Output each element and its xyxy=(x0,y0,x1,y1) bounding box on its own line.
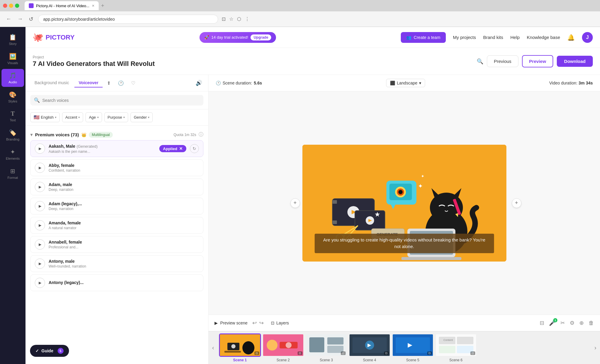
scene-thumb-1: ⊡ xyxy=(219,333,261,357)
close-window-btn[interactable] xyxy=(3,4,7,8)
captions-icon[interactable]: ⊟ xyxy=(540,320,544,326)
voice-adam-info: Adam, male Deep, narration xyxy=(49,182,199,192)
sidebar-item-styles[interactable]: 🎨 Styles xyxy=(2,88,24,106)
sidebar-item-audio[interactable]: 🎵 Audio xyxy=(2,69,24,87)
menu-icon[interactable]: ⋮ xyxy=(245,16,250,22)
play-aakash-btn[interactable]: ▶ xyxy=(35,144,45,154)
landscape-selector[interactable]: ⬛ Landscape ▾ xyxy=(386,79,425,87)
section-toggle-icon[interactable]: ▾ xyxy=(30,132,33,138)
age-filter[interactable]: Age ▾ xyxy=(86,112,102,122)
speaker-icon[interactable]: 🔊 xyxy=(196,80,202,86)
browser-tab-active[interactable]: Pictory.AI - Home of AI Video... ✕ xyxy=(25,1,99,10)
help-link[interactable]: Help xyxy=(510,35,520,40)
voice-control-icon[interactable]: 🎤 1 xyxy=(549,320,556,326)
play-antony-legacy-btn[interactable]: ▶ xyxy=(35,278,45,288)
address-bar[interactable]: app.pictory.ai/storyboard/articletovideo xyxy=(38,15,218,24)
timeline-next-btn[interactable]: › xyxy=(591,331,600,364)
gender-filter[interactable]: Gender ▾ xyxy=(130,112,153,122)
timeline-scene-1[interactable]: ⊡ Scene 1 xyxy=(219,333,261,362)
voice-item-adam[interactable]: ▶ Adam, male Deep, narration xyxy=(30,179,203,195)
notification-bell-icon[interactable]: 🔔 xyxy=(567,34,575,41)
svg-text:★: ★ xyxy=(374,211,380,218)
tab-close-btn[interactable]: ✕ xyxy=(92,4,94,8)
video-controls: ▶ Preview scene ↩ ↪ ⊡ Layers ⊟ 🎤 xyxy=(208,315,600,331)
search-project-btn[interactable]: 🔍 xyxy=(477,58,483,65)
play-abby-btn[interactable]: ▶ xyxy=(35,163,45,173)
add-media-icon[interactable]: ⊕ xyxy=(579,320,584,326)
play-amanda-btn[interactable]: ▶ xyxy=(35,220,45,230)
timeline-scene-2[interactable]: ⊡ Scene 2 xyxy=(262,333,304,362)
play-adam-btn[interactable]: ▶ xyxy=(35,182,45,192)
quota-info-icon[interactable]: ⓘ xyxy=(199,132,203,138)
scene-timeline: ‹ xyxy=(208,331,600,364)
screen-cast-icon[interactable]: ⊡ xyxy=(222,16,226,22)
sidebar-item-branding[interactable]: 🏷️ Branding xyxy=(2,126,24,144)
forward-btn[interactable]: → xyxy=(16,15,24,23)
timeline-scene-6[interactable]: Content ⊡ Scene 6 xyxy=(435,333,477,362)
video-toolbar: 🕐 Scene duration: 5.6s ⬛ Landscape ▾ Vid… xyxy=(208,75,600,91)
app-container: 📋 Story 🖼️ Visuals 🎵 Audio 🎨 Styles T Te… xyxy=(0,27,600,364)
extensions-icon[interactable]: ⬡ xyxy=(237,16,241,22)
new-tab-btn[interactable]: + xyxy=(101,3,104,9)
history-icon[interactable]: 🕐 xyxy=(115,78,127,88)
sidebar-item-format[interactable]: ⊞ Format xyxy=(2,164,24,182)
minimize-window-btn[interactable] xyxy=(9,4,13,8)
timeline-prev-btn[interactable]: ‹ xyxy=(208,331,218,364)
refresh-btn[interactable]: ↺ xyxy=(28,15,34,24)
undo-btn[interactable]: ↩ xyxy=(252,320,257,326)
sidebar-item-visuals[interactable]: 🖼️ Visuals xyxy=(2,50,24,68)
voice-item-abby[interactable]: ▶ Abby, female Confident, narration xyxy=(30,159,203,176)
layers-icon: ⊡ xyxy=(271,321,274,325)
settings-icon[interactable]: ⚙ xyxy=(570,320,574,326)
add-scene-left-btn[interactable]: + xyxy=(290,198,300,208)
language-filter[interactable]: 🇺🇸 English ▾ xyxy=(30,112,60,122)
back-btn[interactable]: ← xyxy=(5,15,13,23)
add-scene-right-btn[interactable]: + xyxy=(512,198,521,208)
timeline-scene-5[interactable]: ▶ ⊡ Scene 5 xyxy=(392,333,434,362)
trim-icon[interactable]: ✂ xyxy=(560,320,565,326)
guide-btn[interactable]: ✓ Guide 5 xyxy=(30,345,69,357)
voice-item-amanda[interactable]: ▶ Amanda, female A natural narrator xyxy=(30,217,203,234)
accent-filter[interactable]: Accent ▾ xyxy=(62,112,83,122)
upgrade-btn[interactable]: Upgrade xyxy=(250,34,271,40)
knowledge-base-link[interactable]: Knowledge base xyxy=(527,35,560,40)
video-area: 🕐 Scene duration: 5.6s ⬛ Landscape ▾ Vid… xyxy=(208,75,600,364)
previous-btn[interactable]: Previous xyxy=(487,55,518,67)
delete-scene-icon[interactable]: 🗑 xyxy=(589,320,594,326)
timeline-scene-4[interactable]: ▶ ⊡ Scene 4 xyxy=(349,333,391,362)
refresh-voice-btn[interactable]: ↻ xyxy=(190,144,199,153)
guide-check-icon: ✓ xyxy=(35,348,39,353)
voice-item-antony[interactable]: ▶ Antony, male Well-rounded, narration xyxy=(30,255,203,272)
heart-icon[interactable]: ♡ xyxy=(128,78,138,88)
remove-applied-btn[interactable]: ✕ xyxy=(179,146,183,151)
layers-btn[interactable]: ⊡ Layers xyxy=(271,321,289,325)
play-annabell-btn[interactable]: ▶ xyxy=(35,239,45,250)
play-adam-legacy-btn[interactable]: ▶ xyxy=(35,201,45,211)
chevron-down-icon: ▾ xyxy=(55,116,56,119)
voice-item-annabell[interactable]: ▶ Annabell, female Professional and... xyxy=(30,236,203,253)
my-projects-link[interactable]: My projects xyxy=(453,35,476,40)
voice-item-antony-legacy[interactable]: ▶ Antony (legacy)... xyxy=(30,274,203,291)
download-btn[interactable]: Download xyxy=(557,56,593,67)
voice-item-aakash[interactable]: ▶ Aakash, Male (Generated) Aakash is the… xyxy=(30,140,203,157)
search-input[interactable] xyxy=(42,98,200,103)
create-team-btn[interactable]: 👥 Create a team xyxy=(401,32,446,43)
preview-scene-btn[interactable]: ▶ Preview scene xyxy=(214,321,248,325)
maximize-window-btn[interactable] xyxy=(15,4,19,8)
sidebar-item-elements[interactable]: ✦ Elements xyxy=(2,145,24,163)
brand-kits-link[interactable]: Brand kits xyxy=(483,35,503,40)
tab-background-music[interactable]: Background music xyxy=(30,78,73,87)
upload-icon[interactable]: ⬆ xyxy=(104,78,114,88)
voice-item-adam-legacy[interactable]: ▶ Adam (legacy),... Deep, narration xyxy=(30,198,203,215)
sidebar-item-story[interactable]: 📋 Story xyxy=(2,31,24,49)
play-antony-btn[interactable]: ▶ xyxy=(35,259,45,269)
timeline-scene-3[interactable]: ⊡ Scene 3 xyxy=(305,333,347,362)
tab-voiceover[interactable]: Voiceover xyxy=(74,78,103,87)
purpose-filter[interactable]: Purpose ▾ xyxy=(104,112,128,122)
user-avatar[interactable]: J xyxy=(582,32,593,43)
preview-btn[interactable]: Preview xyxy=(522,55,554,67)
scene-thumb-2: ⊡ xyxy=(262,333,304,357)
redo-btn[interactable]: ↪ xyxy=(259,320,264,326)
sidebar-item-text[interactable]: T Text xyxy=(2,107,24,125)
bookmark-icon[interactable]: ☆ xyxy=(229,16,233,22)
